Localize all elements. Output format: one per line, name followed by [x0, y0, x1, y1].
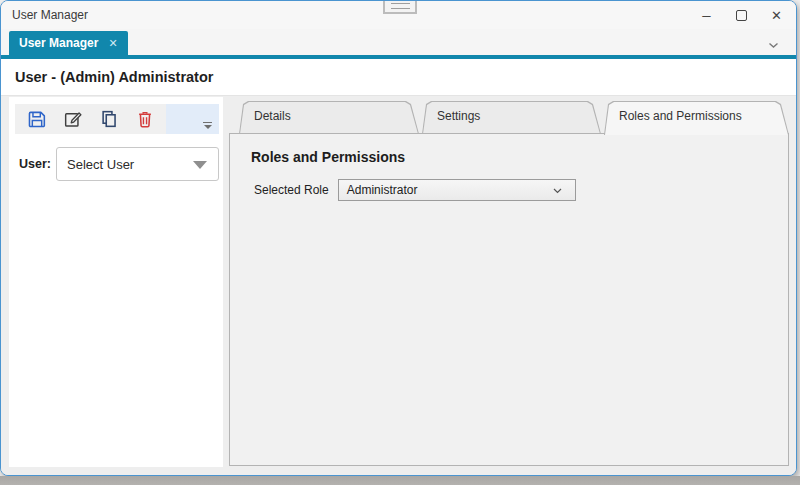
selected-role-label: Selected Role [254, 183, 329, 197]
title-bar: User Manager – ✕ [1, 1, 796, 29]
tab-roles-and-permissions[interactable]: Roles and Permissions [604, 101, 789, 135]
tab-settings[interactable]: Settings [422, 101, 601, 134]
save-icon [26, 108, 48, 130]
user-select-value: Select User [67, 157, 134, 172]
roles-permissions-heading: Roles and Permissions [251, 149, 788, 165]
close-icon: ✕ [771, 8, 782, 23]
tab-settings-label: Settings [422, 101, 601, 132]
close-button[interactable]: ✕ [759, 1, 794, 29]
tab-details-label: Details [239, 101, 419, 132]
window-controls: – ✕ [689, 1, 794, 29]
minimize-button[interactable]: – [689, 1, 724, 29]
user-manager-window: User Manager – ✕ User Manager ✕ [0, 0, 797, 476]
toolbar-overflow-area [166, 104, 219, 134]
copy-button[interactable] [92, 106, 125, 132]
page-title: User - (Admin) Administrator [15, 69, 213, 85]
toolbar-overflow-icon [203, 122, 212, 123]
drag-handle-icon [391, 3, 410, 9]
tab-list-dropdown-button[interactable] [768, 42, 779, 49]
document-tab-user-manager[interactable]: User Manager ✕ [9, 31, 128, 55]
selected-role-row: Selected Role Administrator [254, 179, 788, 201]
client-area: User: Select User Details Settings Roles [1, 96, 796, 475]
selected-role-value: Administrator [347, 183, 418, 197]
settings-tab-control: Details Settings Roles and Permissions R… [229, 101, 789, 466]
chevron-down-icon [768, 42, 779, 49]
maximize-icon [736, 10, 747, 21]
user-selection-panel: User: Select User [9, 97, 223, 467]
roles-permissions-panel: Roles and Permissions Selected Role Admi… [229, 133, 789, 466]
tab-roles-label: Roles and Permissions [604, 101, 789, 132]
delete-button[interactable] [128, 106, 161, 132]
edit-icon [62, 108, 84, 130]
window-drag-handle [383, 1, 417, 14]
user-select-dropdown[interactable]: Select User [56, 147, 219, 181]
document-tab-close-icon[interactable]: ✕ [108, 37, 117, 50]
minimize-icon: – [702, 10, 710, 20]
dropdown-arrow-icon [193, 161, 207, 169]
maximize-button[interactable] [724, 1, 759, 29]
edit-button[interactable] [56, 106, 89, 132]
save-button[interactable] [20, 106, 53, 132]
copy-icon [98, 108, 120, 130]
page-header: User - (Admin) Administrator [1, 59, 796, 96]
window-title: User Manager [12, 1, 88, 29]
toolbar-overflow-button[interactable] [203, 122, 212, 129]
delete-icon [134, 108, 156, 130]
document-tab-label: User Manager [19, 36, 98, 50]
tab-details[interactable]: Details [239, 101, 419, 134]
chevron-down-icon [553, 188, 562, 194]
toolbar [15, 104, 219, 134]
user-label: User: [19, 157, 51, 171]
selected-role-dropdown[interactable]: Administrator [338, 179, 576, 201]
document-tab-strip: User Manager ✕ [1, 29, 796, 55]
desktop-background [0, 476, 800, 485]
